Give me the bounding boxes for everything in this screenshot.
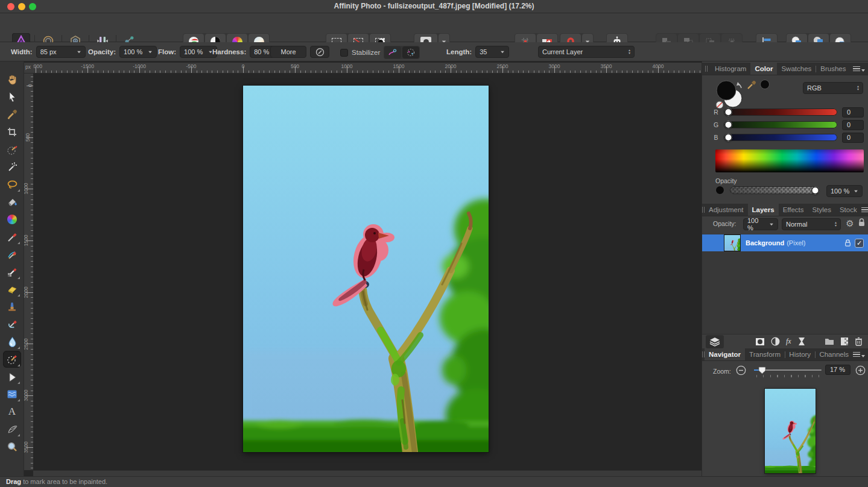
gradient-tool[interactable] bbox=[3, 211, 21, 228]
smudge-tool[interactable] bbox=[3, 386, 21, 403]
mask-layer-icon[interactable] bbox=[755, 338, 765, 346]
inpainting-brush-tool[interactable] bbox=[3, 351, 21, 368]
move-tool[interactable] bbox=[3, 89, 21, 105]
layer-target-dropdown[interactable]: Current Layer ▴▾ bbox=[538, 46, 635, 58]
tab-history[interactable]: History bbox=[785, 348, 815, 360]
flood-select-tool[interactable] bbox=[3, 159, 21, 175]
canvas-viewport[interactable] bbox=[33, 74, 702, 470]
green-slider[interactable] bbox=[724, 121, 837, 128]
panel-menu-icon[interactable] bbox=[861, 204, 868, 216]
zoom-slider-thumb[interactable] bbox=[758, 366, 766, 374]
tab-adjustment[interactable]: Adjustment bbox=[705, 204, 748, 216]
panel-menu-icon[interactable] bbox=[853, 63, 868, 75]
zoom-percentage-value[interactable]: 17 % bbox=[825, 365, 851, 375]
rope-stabilizer-icon[interactable] bbox=[384, 46, 401, 58]
layers-opacity-dropdown[interactable]: 100 % bbox=[743, 218, 778, 230]
new-pixel-layer-icon[interactable] bbox=[840, 337, 849, 346]
color-model-dropdown[interactable]: RGB ▴▾ bbox=[803, 82, 863, 94]
lock-layer-icon[interactable] bbox=[858, 218, 866, 228]
stabilizer-length-dropdown[interactable]: 35 bbox=[475, 46, 509, 58]
view-tool[interactable] bbox=[3, 71, 21, 88]
zoom-tool[interactable] bbox=[3, 438, 21, 455]
blur-tool[interactable] bbox=[3, 333, 21, 350]
stepper-icon: ▴▾ bbox=[629, 49, 630, 55]
zoom-slider-track[interactable] bbox=[754, 369, 822, 371]
ruler-top-label: 4000 bbox=[653, 63, 664, 69]
blue-slider[interactable] bbox=[724, 134, 837, 141]
tab-color[interactable]: Color bbox=[750, 63, 777, 75]
layers-bottom-bar: fx bbox=[702, 334, 868, 348]
tab-navigator[interactable]: Navigator bbox=[705, 348, 745, 360]
tab-brushes[interactable]: Brushes bbox=[816, 63, 850, 75]
brush-editor-button[interactable] bbox=[310, 46, 329, 58]
pixel-tool[interactable] bbox=[3, 263, 21, 280]
crop-tool[interactable] bbox=[3, 124, 21, 140]
brush-opacity-value: 100 % bbox=[124, 48, 144, 55]
channel-b-label: B bbox=[713, 134, 719, 141]
layer-lock-icon[interactable] bbox=[844, 239, 851, 247]
layer-thumbnail bbox=[724, 235, 740, 251]
navigator-preview-thumbnail[interactable] bbox=[765, 389, 816, 473]
selection-brush-tool[interactable] bbox=[3, 141, 21, 158]
color-replacement-brush-tool[interactable] bbox=[3, 246, 21, 263]
undo-brush-tool[interactable] bbox=[3, 316, 21, 333]
blemish-removal-tool[interactable] bbox=[3, 368, 21, 385]
tab-effects[interactable]: Effects bbox=[779, 204, 808, 216]
blend-mode-dropdown[interactable]: Normal ▴▾ bbox=[782, 218, 841, 230]
color-spectrum[interactable] bbox=[715, 149, 864, 172]
delete-layer-trash-icon[interactable] bbox=[855, 337, 863, 346]
ruler-left-label: 1000 bbox=[24, 183, 30, 195]
group-folder-icon[interactable] bbox=[825, 338, 834, 345]
more-button[interactable]: More bbox=[270, 46, 306, 58]
layer-effects-fx-icon[interactable]: fx bbox=[786, 337, 791, 346]
tab-styles[interactable]: Styles bbox=[808, 204, 835, 216]
panel-menu-icon[interactable] bbox=[853, 348, 868, 360]
tab-layers[interactable]: Layers bbox=[748, 204, 779, 216]
panel-drag-handle[interactable] bbox=[702, 63, 711, 75]
brush-opacity-dropdown[interactable]: 100 % bbox=[119, 46, 157, 58]
zoom-in-button[interactable] bbox=[855, 365, 866, 377]
ruler-left-label: 3000 bbox=[24, 390, 30, 401]
picked-color-swatch[interactable] bbox=[760, 80, 770, 89]
freehand-selection-tool[interactable] bbox=[3, 176, 21, 193]
stabilizer-checkbox[interactable] bbox=[340, 49, 348, 57]
flood-fill-tool[interactable] bbox=[3, 193, 21, 210]
brush-flow-dropdown[interactable]: 100 % bbox=[180, 46, 217, 58]
green-value[interactable]: 0 bbox=[842, 120, 864, 130]
red-slider[interactable] bbox=[724, 108, 837, 116]
color-picker-tool[interactable] bbox=[3, 106, 21, 123]
red-value[interactable]: 0 bbox=[842, 107, 864, 118]
tab-histogram[interactable]: Histogram bbox=[711, 63, 750, 75]
text-tool[interactable]: A bbox=[3, 403, 21, 420]
window-stabilizer-icon[interactable] bbox=[402, 46, 419, 58]
color-wheel-swatches[interactable] bbox=[714, 78, 746, 111]
layer-row-background[interactable]: Background (Pixel) ✓ bbox=[702, 234, 868, 251]
blend-options-gear-icon[interactable]: ⚙ bbox=[844, 218, 855, 229]
tab-channels[interactable]: Channels bbox=[815, 348, 853, 360]
tools-panel: A bbox=[0, 61, 24, 476]
clone-brush-tool[interactable] bbox=[3, 298, 21, 315]
zoom-out-button[interactable] bbox=[736, 365, 746, 377]
layers-stack-icon[interactable] bbox=[706, 335, 724, 348]
erase-brush-tool[interactable] bbox=[3, 281, 21, 298]
horizontal-scrollbar[interactable] bbox=[33, 470, 702, 476]
adjustment-layer-icon[interactable] bbox=[771, 337, 780, 346]
brush-flow-value: 100 % bbox=[184, 48, 204, 55]
document-canvas-bird-image[interactable] bbox=[243, 86, 489, 452]
mesh-warp-tool[interactable] bbox=[3, 421, 21, 438]
ruler-left-label: 1500 bbox=[24, 235, 30, 247]
color-opacity-slider[interactable] bbox=[730, 186, 819, 194]
ruler-top-label: 1500 bbox=[393, 63, 405, 69]
live-filter-hourglass-icon[interactable] bbox=[797, 337, 806, 346]
color-picker-mini-icon[interactable] bbox=[746, 80, 758, 93]
color-opacity-dropdown[interactable]: 100 % bbox=[826, 185, 863, 197]
layer-visibility-checkbox[interactable]: ✓ bbox=[855, 239, 864, 248]
paint-brush-tool[interactable] bbox=[3, 228, 21, 245]
tab-swatches[interactable]: Swatches bbox=[777, 63, 816, 75]
tab-stock[interactable]: Stock bbox=[835, 204, 861, 216]
ruler-top-label: 2000 bbox=[445, 63, 457, 69]
brush-width-dropdown[interactable]: 85 px bbox=[36, 46, 86, 58]
ruler-unit: px bbox=[24, 63, 33, 74]
blue-value[interactable]: 0 bbox=[842, 133, 864, 143]
tab-transform[interactable]: Transform bbox=[745, 348, 785, 360]
